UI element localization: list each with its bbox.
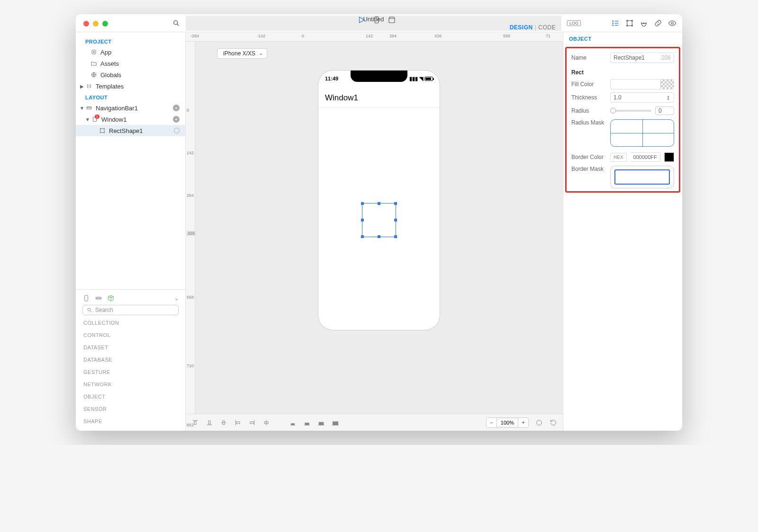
inspector-tab-object[interactable]: OBJECT <box>563 32 682 45</box>
search-icon[interactable] <box>172 19 180 27</box>
sidebar-item-app[interactable]: App <box>76 46 185 58</box>
mode-switcher: DESIGN|CODE <box>510 24 561 31</box>
resize-handle[interactable] <box>378 202 380 205</box>
fill-color-input[interactable] <box>610 79 674 89</box>
align-center-v-icon[interactable] <box>220 419 227 426</box>
library-category[interactable]: SENSOR <box>82 404 179 414</box>
design-mode-tab[interactable]: DESIGN <box>510 24 533 31</box>
svg-point-56 <box>537 420 542 425</box>
phone-icon[interactable] <box>82 294 90 302</box>
svg-point-18 <box>93 51 95 53</box>
tree-item-window[interactable]: ▼ 1 Window1 + <box>76 114 185 125</box>
svg-point-5 <box>613 20 614 21</box>
zoom-out-button[interactable]: − <box>487 418 497 427</box>
resize-handle[interactable] <box>361 202 364 205</box>
close-button[interactable] <box>83 21 89 27</box>
log-badge[interactable]: LOG <box>567 20 581 26</box>
svg-point-0 <box>174 20 178 24</box>
minimize-button[interactable] <box>93 21 99 27</box>
resize-handle[interactable] <box>361 219 364 222</box>
align-center-h-icon[interactable] <box>262 419 270 426</box>
align-right-icon[interactable] <box>248 419 256 426</box>
resize-handle[interactable] <box>394 202 397 205</box>
add-button[interactable]: + <box>173 116 180 123</box>
sidebar-item-globals[interactable]: Globals <box>76 69 185 80</box>
align-left-icon[interactable] <box>234 419 242 426</box>
border-mask-label: Border Mask <box>571 166 606 172</box>
border-mask-control[interactable] <box>610 166 674 188</box>
library-category[interactable]: CONTROL <box>82 330 179 340</box>
resize-handle[interactable] <box>394 235 397 238</box>
screen-medium-icon[interactable] <box>303 419 311 426</box>
chevron-down-icon[interactable]: ⌄ <box>174 295 179 301</box>
screen-large-icon[interactable] <box>317 419 325 426</box>
library-category[interactable]: DATABASE <box>82 355 179 364</box>
svg-rect-54 <box>333 421 338 425</box>
zoom-control: − 100% + <box>486 417 529 428</box>
fit-icon[interactable] <box>535 419 543 426</box>
device-preview[interactable]: 11:49 ▮▮▮ ◥ Window1 <box>318 70 440 330</box>
svg-rect-37 <box>194 421 196 425</box>
eye-icon[interactable] <box>668 19 677 27</box>
rotate-icon[interactable] <box>550 419 557 426</box>
sidebar-item-label: App <box>100 49 111 56</box>
layout-icon[interactable] <box>95 294 102 302</box>
canvas-panel: -284 -142 0 142 284 426 568 71 0 142 284… <box>186 32 563 431</box>
maximize-button[interactable] <box>102 21 108 27</box>
cube-icon[interactable] <box>107 294 115 302</box>
resize-handle[interactable] <box>394 219 397 222</box>
hex-input[interactable]: 000000FF <box>631 152 660 162</box>
name-input[interactable]: RectShape1 208 <box>610 53 674 63</box>
sidebar-item-assets[interactable]: Assets <box>76 58 185 69</box>
app-window: Untitled DESIGN|CODE LOG PROJECT App <box>76 14 682 431</box>
search-icon <box>87 307 92 313</box>
wifi-icon: ◥ <box>419 76 423 82</box>
link-icon[interactable] <box>654 19 662 27</box>
library-search-input[interactable]: Search <box>82 305 179 315</box>
radius-slider[interactable] <box>610 110 651 112</box>
svg-line-35 <box>90 310 91 312</box>
selected-shape[interactable] <box>362 203 396 237</box>
device-selector[interactable]: iPhone X/XS <box>217 48 267 59</box>
align-bottom-icon[interactable] <box>206 419 213 426</box>
archive-icon[interactable] <box>388 16 396 24</box>
radius-label: Radius <box>571 107 606 114</box>
resize-handle[interactable] <box>378 235 380 238</box>
name-label: Name <box>571 54 606 61</box>
library-category[interactable]: NETWORK <box>82 380 179 389</box>
screen-small-icon[interactable] <box>289 419 297 426</box>
sidebar-item-templates[interactable]: ▶ Templates <box>76 80 185 92</box>
document-title: Untitled <box>363 16 384 23</box>
library-category[interactable]: GESTURE <box>82 367 179 377</box>
color-swatch-icon[interactable] <box>664 152 674 162</box>
zoom-in-button[interactable]: + <box>518 418 528 427</box>
sidebar-item-label: Templates <box>96 83 124 90</box>
navbar-icon <box>86 105 92 111</box>
slider-thumb[interactable] <box>610 108 616 114</box>
stepper-icon[interactable]: ▲▼ <box>667 95 670 100</box>
bounds-icon[interactable] <box>625 19 634 27</box>
zoom-value: 100% <box>497 420 518 426</box>
add-button[interactable]: + <box>173 105 180 111</box>
radius-mask-control[interactable] <box>610 119 674 147</box>
library-category[interactable]: DATASET <box>82 343 179 352</box>
templates-icon <box>86 83 92 89</box>
resize-handle[interactable] <box>361 235 364 238</box>
tree-item-navigationbar[interactable]: ▼ NavigationBar1 + <box>76 102 185 114</box>
library-panel: ⌄ Search COLLECTION CONTROL DATASET DATA… <box>76 289 185 431</box>
signal-icon: ▮▮▮ <box>409 76 418 82</box>
thickness-input[interactable]: 1.0 ▲▼ <box>610 92 674 103</box>
radius-input[interactable]: 0 <box>655 106 674 115</box>
tree-item-rectshape[interactable]: RectShape1 <box>76 125 185 136</box>
screen-xl-icon[interactable] <box>332 419 339 426</box>
inspector-panel: OBJECT Name RectShape1 208 Rect Fill Col… <box>563 32 682 431</box>
library-category[interactable]: SHAPE <box>82 417 179 426</box>
library-category[interactable]: OBJECT <box>82 392 179 401</box>
canvas-area[interactable]: iPhone X/XS 11:49 ▮▮▮ ◥ Window1 <box>195 42 563 414</box>
toolbar: Untitled DESIGN|CODE LOG <box>76 14 682 32</box>
library-category[interactable]: COLLECTION <box>82 318 179 328</box>
list-icon[interactable] <box>611 19 620 27</box>
code-mode-tab[interactable]: CODE <box>538 24 556 31</box>
status-bar: 11:49 ▮▮▮ ◥ <box>318 71 440 87</box>
tulip-icon[interactable] <box>640 19 648 27</box>
